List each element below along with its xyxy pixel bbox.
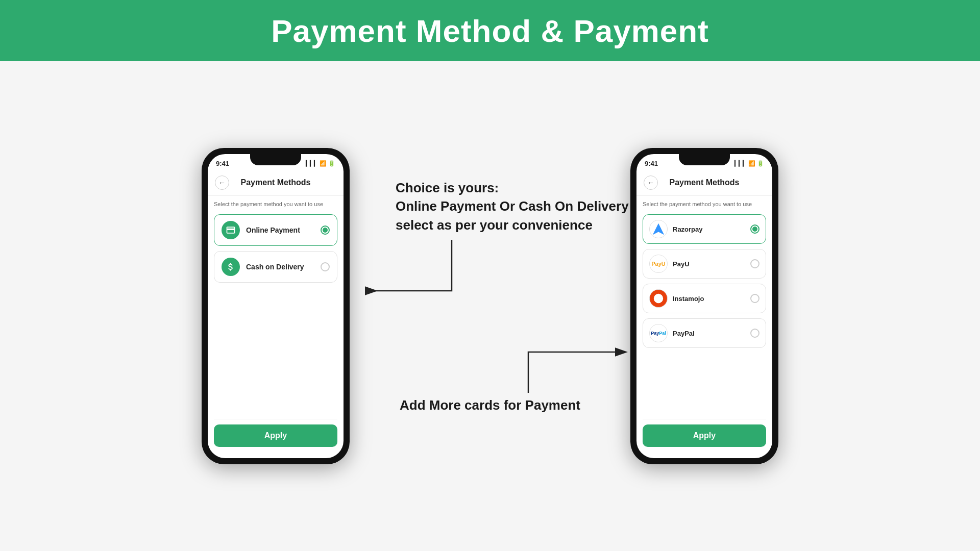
left-phone: 9:41 ▎▎▎ 📶 🔋 ← Payment Methods Select th… [202, 148, 350, 464]
middle-section: Choice is yours: Online Payment Or Cash … [350, 148, 630, 464]
online-payment-radio[interactable] [321, 226, 330, 235]
add-cards-text: Add More cards for Payment [350, 397, 630, 413]
razorpay-radio[interactable] [750, 224, 760, 234]
page-title: Payment Method & Payment [271, 13, 709, 49]
phone-notch-right [679, 154, 730, 165]
left-back-button[interactable]: ← [215, 176, 229, 190]
online-payment-radio-dot [323, 228, 328, 233]
right-phone: 9:41 ▎▎▎ 📶 🔋 ← Payment Methods Select th… [630, 148, 778, 464]
right-phone-content: Select the payment method you want to us… [636, 196, 772, 353]
razorpay-label: Razorpay [673, 226, 745, 233]
left-arrow-svg [350, 209, 477, 311]
left-phone-area: 9:41 ▎▎▎ 📶 🔋 ← Payment Methods Select th… [202, 148, 350, 464]
right-status-icons: ▎▎▎ 📶 🔋 [734, 160, 764, 167]
instamojo-radio[interactable] [750, 294, 760, 303]
instamojo-label: Instamojo [673, 295, 745, 303]
svg-point-3 [654, 294, 663, 303]
left-phone-footer: Apply [208, 419, 344, 458]
paypal-option[interactable]: PayPal PayPal [643, 318, 766, 348]
right-nav-title: Payment Methods [658, 178, 751, 187]
cod-icon [222, 258, 240, 276]
payu-logo-text: PayU [651, 261, 666, 267]
paypal-radio[interactable] [750, 329, 760, 338]
online-payment-option[interactable]: Online Payment [214, 214, 337, 246]
paypal-label: PayPal [673, 330, 745, 337]
right-phone-screen: 9:41 ▎▎▎ 📶 🔋 ← Payment Methods Select th… [636, 154, 772, 458]
payu-logo: PayU [649, 255, 668, 273]
add-cards-container: Add More cards for Payment [350, 367, 630, 413]
left-phone-content: Select the payment method you want to us… [208, 196, 344, 313]
paypal-logo-text: PayPal [651, 331, 666, 336]
left-phone-screen: 9:41 ▎▎▎ 📶 🔋 ← Payment Methods Select th… [208, 154, 344, 458]
credit-card-icon [226, 225, 236, 235]
left-divider [214, 419, 337, 419]
cash-icon [226, 262, 236, 272]
payu-radio[interactable] [750, 259, 760, 268]
right-time: 9:41 [645, 160, 658, 167]
razorpay-option[interactable]: Razorpay [643, 214, 766, 244]
paypal-logo: PayPal [649, 324, 668, 342]
right-navbar: ← Payment Methods [636, 169, 772, 196]
online-payment-icon [222, 221, 240, 239]
right-phone-footer: Apply [636, 419, 772, 458]
razorpay-radio-dot [752, 227, 757, 232]
phones-wrapper: 9:41 ▎▎▎ 📶 🔋 ← Payment Methods Select th… [0, 61, 980, 551]
left-navbar: ← Payment Methods [208, 169, 344, 196]
left-time: 9:41 [216, 160, 229, 167]
online-payment-label: Online Payment [246, 226, 314, 234]
left-apply-button[interactable]: Apply [214, 424, 337, 447]
main-content: 9:41 ▎▎▎ 📶 🔋 ← Payment Methods Select th… [0, 61, 980, 551]
right-subtitle: Select the payment method you want to us… [643, 201, 766, 207]
svg-text:i: i [656, 296, 657, 302]
left-nav-title: Payment Methods [229, 178, 322, 187]
cod-payment-label: Cash on Delivery [246, 263, 314, 271]
payu-option[interactable]: PayU PayU [643, 249, 766, 279]
left-status-icons: ▎▎▎ 📶 🔋 [306, 160, 335, 167]
razorpay-logo [649, 220, 668, 238]
right-phone-area: 9:41 ▎▎▎ 📶 🔋 ← Payment Methods Select th… [630, 148, 778, 464]
right-apply-button[interactable]: Apply [643, 424, 766, 447]
cod-payment-radio[interactable] [321, 262, 330, 271]
payu-label: PayU [673, 260, 745, 268]
right-back-button[interactable]: ← [644, 176, 658, 190]
header: Payment Method & Payment [0, 0, 980, 61]
svg-marker-2 [653, 223, 664, 235]
choice-line1: Choice is yours: [396, 179, 630, 197]
instamojo-option[interactable]: i Instamojo [643, 284, 766, 313]
right-divider [643, 419, 766, 419]
phone-notch-left [250, 154, 301, 165]
left-subtitle: Select the payment method you want to us… [214, 201, 337, 207]
instamojo-logo: i [649, 289, 668, 308]
cod-payment-option[interactable]: Cash on Delivery [214, 251, 337, 283]
